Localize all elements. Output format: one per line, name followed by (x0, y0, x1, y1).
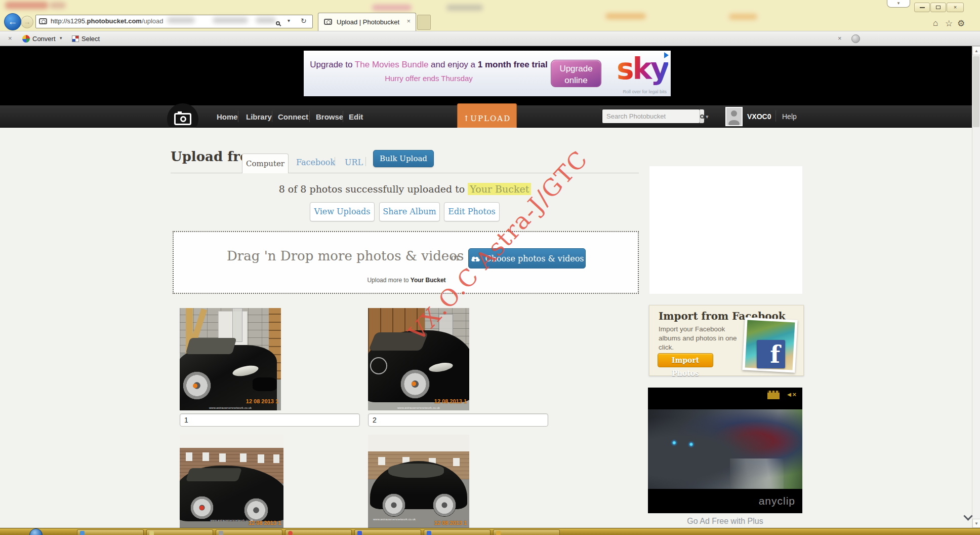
start-button[interactable] (29, 528, 43, 535)
redaction-blur (213, 17, 248, 23)
photo-credit: www.astraownersnetwork.co.uk (210, 519, 253, 522)
search-icon (700, 114, 704, 119)
facebook-box-body: Import your Facebook albums and photos i… (659, 325, 746, 353)
tab-url[interactable]: URL (345, 158, 363, 167)
notification-bubble[interactable]: ▾ (887, 0, 910, 8)
ad-headline: Upgrade to The Movies Bundle and enjoy a… (310, 60, 548, 70)
redaction-blur (256, 17, 276, 23)
scrollbar[interactable]: ▲ ▼ (972, 46, 980, 528)
photo-timestamp: 12 08 2013 1 (434, 398, 467, 404)
uploaded-photo-4[interactable]: 12 08 2013 1 www.astraownersnetwork.co.u… (368, 435, 469, 528)
photo-caption-input-2[interactable] (368, 413, 548, 427)
redaction-blur (446, 5, 483, 11)
nav-help[interactable]: Help (782, 112, 797, 121)
adchoices-icon[interactable] (664, 52, 669, 58)
nav-library[interactable]: Library (246, 112, 272, 121)
filmstrip-icon[interactable] (767, 391, 780, 399)
nav-home[interactable]: Home (217, 112, 238, 121)
select-icon (72, 35, 79, 42)
minimize-button[interactable] (914, 3, 930, 12)
photo-timestamp: 12 08 2013 1 (246, 398, 278, 404)
home-icon[interactable]: ⌂ (933, 18, 938, 28)
forward-button[interactable]: → (21, 16, 33, 28)
sky-logo: sky (617, 52, 668, 86)
favorites-star-icon[interactable]: ☆ (945, 18, 953, 29)
browser-window: ▾ × ← → http://s1295.photobucket.com/upl… (0, 0, 980, 535)
taskbar-button[interactable] (493, 529, 560, 535)
redaction-blur (167, 17, 195, 23)
photo-timestamp: 12 08 2013 1 (434, 520, 467, 526)
scrollbar-thumb[interactable] (973, 56, 979, 127)
convert-button[interactable]: Convert (32, 35, 56, 43)
search-input[interactable] (602, 109, 700, 123)
redaction-blur (605, 13, 646, 19)
close-icon[interactable]: × (838, 34, 842, 42)
import-photos-button[interactable]: Import Photos (658, 353, 713, 367)
nav-edit[interactable]: Edit (349, 112, 363, 121)
close-window-button[interactable]: × (947, 3, 964, 12)
tab-facebook[interactable]: Facebook (296, 158, 335, 167)
drag-drop-zone[interactable]: Drag 'n Drop more photos & videos here o… (173, 231, 639, 294)
tabs-divider (171, 173, 639, 173)
cloud-upload-icon (470, 255, 481, 262)
photobucket-navbar: Home Library Connect Browse Edit ↑UPLOAD… (0, 105, 972, 128)
share-album-button[interactable]: Share Album (379, 202, 440, 221)
view-uploads-button[interactable]: View Uploads (310, 202, 375, 221)
uploaded-photo-1[interactable]: 12 08 2013 1 www.astraownersnetwork.co.u… (180, 308, 281, 410)
upgrade-online-button[interactable]: Upgrade online (551, 60, 601, 87)
username[interactable]: VXOC0 (747, 112, 771, 121)
convert-icon (22, 35, 30, 43)
facebook-logo-icon: f (757, 340, 785, 368)
mute-speaker-icon[interactable]: ◄× (786, 391, 796, 398)
uploaded-photo-2[interactable]: 12 08 2013 1 www.astraownersnetwork.co.u… (368, 308, 469, 410)
user-avatar[interactable] (725, 107, 743, 126)
edit-photos-button[interactable]: Edit Photos (444, 202, 500, 221)
site-favicon-camera-icon (39, 18, 47, 24)
settings-gear-icon[interactable]: ⚙ (957, 18, 965, 29)
taskbar-button[interactable] (285, 529, 352, 535)
taskbar-button[interactable] (77, 529, 144, 535)
go-ad-free-link[interactable]: Go Ad Free with Plus (648, 517, 802, 526)
nav-browse[interactable]: Browse (316, 112, 343, 121)
uploaded-photo-3[interactable]: 12 08 2013 1 www.astraownersnetwork.co.u… (180, 435, 283, 528)
refresh-icon[interactable]: ↻ (301, 17, 307, 25)
browser-tab[interactable]: Upload | Photobucket × (318, 13, 416, 31)
scroll-up-arrow[interactable]: ▲ (972, 46, 980, 55)
taskbar-button[interactable] (354, 529, 421, 535)
search-chevron-down-icon[interactable]: ▾ (706, 113, 709, 120)
close-tab-icon[interactable]: × (406, 17, 411, 25)
new-tab-button[interactable] (417, 15, 431, 30)
photo-caption-input-1[interactable] (180, 413, 360, 427)
select-button[interactable]: Select (81, 35, 100, 43)
bucket-name-highlight: Your Bucket (468, 183, 531, 195)
video-ad[interactable]: ◄× anyclip (648, 388, 802, 513)
sidebar-ad-placeholder (649, 166, 802, 294)
page-content: Upload from: Computer Facebook URL Bulk … (0, 128, 972, 528)
ad-legal-text: Roll over for legal bits (623, 89, 667, 94)
scroll-down-arrow[interactable]: ▼ (972, 519, 980, 528)
upload-status: 8 of 8 photos successfully uploaded to Y… (202, 183, 607, 195)
taskbar-button[interactable] (146, 529, 213, 535)
chevron-down-icon[interactable]: ▾ (60, 35, 62, 41)
photo-credit: www.astraownersnetwork.co.uk (209, 406, 252, 409)
chevron-down-icon[interactable]: ▾ (288, 18, 290, 23)
redaction-blur (5, 2, 48, 9)
close-toolbar-icon[interactable]: × (8, 34, 12, 42)
grey-globe-icon[interactable] (851, 34, 860, 43)
bulk-upload-button[interactable]: Bulk Upload (373, 150, 434, 167)
taskbar-button[interactable] (424, 529, 491, 535)
back-button[interactable]: ← (4, 13, 21, 30)
taskbar-button[interactable] (216, 529, 282, 535)
owners-club-logo (370, 357, 387, 374)
search-box[interactable] (602, 109, 700, 124)
choose-photos-button[interactable]: Choose photos & videos (468, 248, 586, 269)
anyclip-logo: anyclip (759, 495, 795, 507)
photo-timestamp: 12 08 2013 1 (249, 520, 281, 526)
maximize-button[interactable] (930, 3, 946, 12)
sky-ad-banner[interactable]: Upgrade to The Movies Bundle and enjoy a… (304, 51, 671, 96)
nav-connect[interactable]: Connect (278, 112, 308, 121)
redaction-blur (372, 5, 412, 11)
tab-computer[interactable]: Computer (242, 154, 289, 173)
search-submit-button[interactable] (700, 109, 704, 123)
search-icon[interactable] (276, 19, 280, 27)
